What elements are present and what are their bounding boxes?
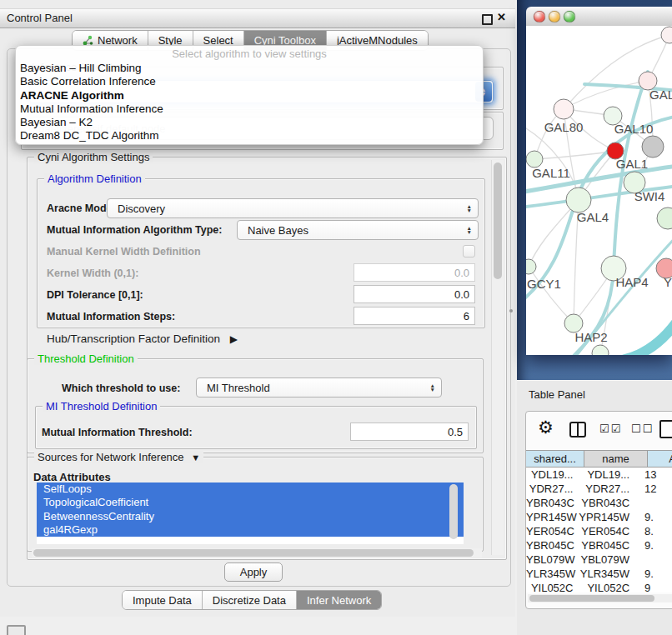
algorithm-item-bayesian-hill-climbing[interactable]: Bayesian – Hill Climbing (16, 62, 483, 75)
attribute-item-selfloops[interactable]: SelfLoops (37, 482, 464, 496)
table-cell: YBL079W (577, 552, 633, 567)
network-window[interactable]: GALGAL80GAL10GAL1GAL11GAL4SWI4GCY1HAP4YH… (526, 7, 672, 355)
network-edge (529, 267, 574, 323)
expand-right-icon: ▶ (230, 333, 238, 345)
table-row[interactable]: YDR27...YDR27...12 (526, 482, 672, 496)
sources-group-label[interactable]: Sources for Network Inference ▼ (34, 451, 203, 463)
network-node[interactable] (657, 208, 672, 229)
table-row[interactable]: YPR145WYPR145W9. (526, 510, 672, 524)
network-window-titlebar[interactable] (526, 7, 672, 27)
which-threshold-combo[interactable]: MI Threshold ▲▼ (196, 378, 442, 398)
manual-kernel-checkbox[interactable] (463, 245, 475, 258)
network-node-gcy1[interactable] (526, 259, 536, 274)
kernel-width-input[interactable]: 0.0 (354, 263, 475, 282)
attribute-item-betweennesscentrality[interactable]: BetweennessCentrality (37, 510, 464, 523)
table-row[interactable]: YIL052CYIL052C9 (526, 581, 672, 592)
column-header-a[interactable]: A (648, 450, 672, 468)
table-row[interactable]: YLR345WYLR345W9. (526, 567, 672, 581)
algorithm-item-dream8-dc-tdc-algorithm[interactable]: Dream8 DC_TDC Algorithm (16, 129, 483, 142)
mi-type-combo[interactable]: Naive Bayes ▲▼ (237, 220, 479, 240)
dpi-tolerance-label: DPI Tolerance [0,1]: (47, 289, 143, 301)
table-row[interactable]: YDL19...YDL19...13 (526, 468, 672, 482)
table-cell: YDL19... (526, 468, 577, 482)
node-label: GAL10 (614, 122, 654, 136)
settings-vertical-scrollbar[interactable] (491, 160, 504, 555)
data-attributes-label: Data Attributes (33, 471, 111, 483)
spinner-icon: ▲▼ (467, 226, 478, 235)
table-row[interactable]: YBR045CYBR045C9. (526, 538, 672, 552)
manual-kernel-label: Manual Kernel Width Definition (47, 246, 201, 258)
algorithm-item-basic-correlation-inference[interactable]: Basic Correlation Inference (16, 75, 483, 88)
network-node-gal11[interactable] (526, 151, 543, 168)
table-row[interactable]: YBL079WYBL079W (526, 552, 672, 567)
window-close-button[interactable] (534, 11, 545, 22)
spinner-icon: ▲▼ (467, 204, 478, 213)
network-node-gal80[interactable] (554, 99, 574, 119)
table-cell: YIL052C (577, 581, 633, 592)
node-label: SWI4 (634, 189, 665, 203)
column-header-name[interactable]: name (584, 450, 648, 468)
table-horizontal-scrollbar[interactable] (528, 594, 672, 602)
mi-threshold-input[interactable]: 0.5 (350, 422, 469, 441)
table-header: shared...nameA (526, 450, 672, 468)
algorithm-item-mutual-information-inference[interactable]: Mutual Information Inference (16, 102, 483, 116)
attributes-scrollbar[interactable] (449, 484, 459, 541)
node-label: GAL80 (544, 120, 584, 134)
table-cell: YER054C (526, 524, 577, 538)
float-window-icon[interactable] (482, 14, 493, 25)
algorithm-item-aracne-algorithm[interactable]: ARACNE Algorithm (16, 89, 483, 102)
table-cell: YPR145W (526, 510, 577, 524)
which-threshold-value: MI Threshold (207, 382, 270, 394)
node-label: GAL4 (577, 210, 609, 224)
table-cell: 9. (633, 510, 672, 524)
table-cell: YLR345W (526, 567, 577, 581)
window-minimize-button[interactable] (549, 11, 560, 22)
network-node-gal4[interactable] (566, 188, 591, 212)
bottom-tab-impute-data[interactable]: Impute Data (123, 591, 203, 609)
network-node[interactable] (661, 27, 672, 43)
attribute-item-topologicalcoefficient[interactable]: TopologicalCoefficient (37, 496, 464, 509)
select-all-checks-icon[interactable]: ☑☑ (599, 422, 622, 435)
network-node[interactable] (592, 345, 609, 355)
table-cell: 9. (633, 567, 672, 581)
bottom-tab-discretize-data[interactable]: Discretize Data (203, 591, 297, 609)
network-node[interactable] (642, 136, 664, 158)
dpi-tolerance-input[interactable]: 0.0 (354, 285, 475, 303)
gear-icon[interactable]: ⚙ (538, 418, 554, 438)
kernel-width-label: Kernel Width (0,1): (47, 268, 138, 279)
table-panel: Table Panel ⚙ ☑☑ ☐☐ shared...nameA YDL19… (517, 380, 672, 635)
algorithm-item-bayesian-k2[interactable]: Bayesian – K2 (16, 116, 483, 129)
mi-type-value: Naive Bayes (248, 224, 308, 237)
table-cell (633, 552, 672, 567)
node-label: Y (664, 275, 672, 289)
apply-button[interactable]: Apply (224, 562, 283, 582)
close-icon[interactable]: ✕ (497, 11, 506, 23)
network-canvas[interactable]: GALGAL80GAL10GAL1GAL11GAL4SWI4GCY1HAP4YH… (526, 26, 672, 355)
table-cell: 13 (633, 468, 672, 482)
algorithm-popup: Select algorithm to view settings Bayesi… (15, 45, 484, 145)
bottom-tab-infer-network[interactable]: Infer Network (297, 591, 381, 609)
splitter-grip[interactable] (509, 309, 513, 312)
mi-steps-input[interactable]: 6 (354, 307, 475, 325)
table-row[interactable]: YER054CYER054C8. (526, 524, 672, 538)
table-cell (633, 496, 672, 510)
aracne-mode-combo[interactable]: Discovery ▲▼ (107, 198, 479, 218)
popup-placeholder: Select algorithm to view settings (16, 46, 483, 62)
table-rows: YDL19...YDL19...13YDR27...YDR27...12YBR0… (526, 468, 672, 592)
table-cell: YBR045C (577, 538, 633, 552)
settings-horizontal-scrollbar[interactable] (32, 548, 482, 558)
table-row[interactable]: YBR043CYBR043C (526, 496, 672, 510)
threshold-definition-label: Threshold Definition (34, 352, 138, 365)
control-panel: Control Panel ✕ NetworkStyleSelectCyni T… (0, 0, 515, 617)
screen: Control Panel ✕ NetworkStyleSelectCyni T… (0, 0, 672, 635)
corner-button[interactable] (7, 625, 26, 635)
table-cell: 8. (633, 524, 672, 538)
node-label: GAL11 (532, 166, 570, 180)
window-zoom-button[interactable] (564, 11, 575, 22)
unselect-all-checks-icon[interactable]: ☐☐ (631, 422, 654, 435)
column-header-shared[interactable]: shared... (526, 450, 584, 468)
new-table-icon[interactable] (659, 420, 672, 438)
attribute-item-gal4rgexp[interactable]: gal4RGexp (37, 523, 464, 537)
hub-definition-toggle[interactable]: Hub/Transcription Factor Definition ▶ (47, 332, 238, 345)
columns-icon[interactable] (569, 422, 586, 438)
